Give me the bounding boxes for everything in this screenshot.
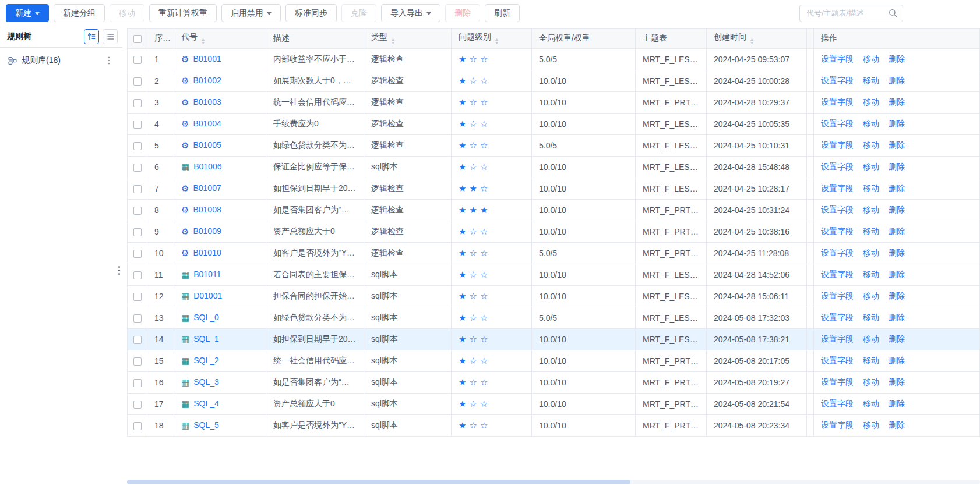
row-checkbox[interactable] xyxy=(133,336,142,344)
set-fields-link[interactable]: 设置字段 xyxy=(821,313,854,322)
delete-link[interactable]: 删除 xyxy=(889,420,905,430)
kebab-menu-icon[interactable]: ⋮ xyxy=(101,56,117,65)
delete-link[interactable]: 删除 xyxy=(889,183,905,193)
recalc-weight-button[interactable]: 重新计算权重 xyxy=(149,4,217,22)
set-fields-link[interactable]: 设置字段 xyxy=(821,54,854,63)
row-checkbox[interactable] xyxy=(133,207,142,215)
delete-link[interactable]: 删除 xyxy=(889,334,905,343)
import-export-button[interactable]: 导入导出 xyxy=(381,4,440,22)
move-link[interactable]: 移动 xyxy=(863,291,879,300)
row-checkbox[interactable] xyxy=(133,121,142,129)
move-link[interactable]: 移动 xyxy=(863,313,879,322)
set-fields-link[interactable]: 设置字段 xyxy=(821,248,854,257)
rule-code-link[interactable]: B01011 xyxy=(193,270,221,279)
delete-link[interactable]: 删除 xyxy=(889,140,905,150)
move-link[interactable]: 移动 xyxy=(863,119,879,128)
rule-code-link[interactable]: B01001 xyxy=(193,54,221,63)
delete-link[interactable]: 删除 xyxy=(889,119,905,128)
move-link[interactable]: 移动 xyxy=(863,248,879,257)
rule-code-link[interactable]: B01010 xyxy=(193,248,221,257)
row-checkbox[interactable] xyxy=(133,99,142,107)
delete-link[interactable]: 删除 xyxy=(889,162,905,171)
row-checkbox[interactable] xyxy=(133,228,142,236)
new-group-button[interactable]: 新建分组 xyxy=(54,4,105,22)
rule-code-link[interactable]: B01009 xyxy=(193,226,221,236)
search-box[interactable] xyxy=(799,5,903,22)
table-row[interactable]: 9⚙B01009资产总额应大于0逻辑检查★☆☆10.0/10MRT_F_PRT_… xyxy=(128,221,980,243)
tree-sort-button[interactable] xyxy=(84,29,99,44)
set-fields-link[interactable]: 设置字段 xyxy=(821,140,854,150)
table-row[interactable]: 16▦SQL_3如是否集团客户为“是”，...sql脚本★☆☆10.0/10MR… xyxy=(128,372,980,394)
row-checkbox[interactable] xyxy=(133,185,142,193)
move-link[interactable]: 移动 xyxy=(863,54,879,63)
move-link[interactable]: 移动 xyxy=(863,76,879,85)
row-checkbox[interactable] xyxy=(133,314,142,323)
row-checkbox[interactable] xyxy=(133,56,142,64)
table-row[interactable]: 12▦D01001担保合同的担保开始日期应...sql脚本★☆☆10.0/10M… xyxy=(128,286,980,307)
move-link[interactable]: 移动 xyxy=(863,377,879,387)
move-link[interactable]: 移动 xyxy=(863,356,879,365)
rule-code-link[interactable]: B01003 xyxy=(193,97,221,107)
table-row[interactable]: 8⚙B01008如是否集团客户为“是”，...逻辑检查★★★10.0/10MRT… xyxy=(128,200,980,221)
rule-code-link[interactable]: SQL_1 xyxy=(193,334,219,343)
row-checkbox[interactable] xyxy=(133,77,142,86)
table-row[interactable]: 10⚙B01010如客户是否境外为“Y”，...逻辑检查★☆☆5.0/5MRT_… xyxy=(128,243,980,264)
delete-link[interactable]: 删除 xyxy=(889,248,905,257)
delete-link[interactable]: 删除 xyxy=(889,313,905,322)
horizontal-scrollbar-thumb[interactable] xyxy=(127,480,630,484)
table-row[interactable]: 6▦B01006保证金比例应等于保证金/合...sql脚本★☆☆10.0/10M… xyxy=(128,157,980,178)
set-fields-link[interactable]: 设置字段 xyxy=(821,356,854,365)
enable-disable-button[interactable]: 启用禁用 xyxy=(221,4,281,22)
column-header[interactable]: 类型▲▼ xyxy=(364,29,452,49)
move-link[interactable]: 移动 xyxy=(863,162,879,171)
table-row[interactable]: 18▦SQL_5如客户是否境外为“Y”，...sql脚本★☆☆10.0/10MR… xyxy=(128,415,980,437)
delete-link[interactable]: 删除 xyxy=(889,76,905,85)
horizontal-scrollbar[interactable] xyxy=(127,480,980,484)
rule-code-link[interactable]: B01005 xyxy=(193,140,221,150)
move-link[interactable]: 移动 xyxy=(863,399,879,408)
move-link[interactable]: 移动 xyxy=(863,334,879,343)
sort-icon[interactable]: ▲▼ xyxy=(201,38,205,45)
table-row[interactable]: 4⚙B01004手续费应为0逻辑检查★☆☆10.0/10MRT_F_LES_CO… xyxy=(128,114,980,135)
table-row[interactable]: 2⚙B01002如展期次数大于0，则五级...逻辑检查★☆☆10.0/10MRT… xyxy=(128,70,980,92)
table-row[interactable]: 14▦SQL_1如担保到日期早于2024/03/...sql脚本★☆☆10.0/… xyxy=(128,329,980,350)
row-checkbox[interactable] xyxy=(133,164,142,172)
delete-link[interactable]: 删除 xyxy=(889,399,905,408)
table-row[interactable]: 13▦SQL_0如绿色贷款分类不为空，则...sql脚本★☆☆5.0/5MRT_… xyxy=(128,307,980,329)
rule-code-link[interactable]: SQL_5 xyxy=(193,420,219,430)
set-fields-link[interactable]: 设置字段 xyxy=(821,420,854,430)
sort-icon[interactable]: ▲▼ xyxy=(391,38,395,45)
row-checkbox[interactable] xyxy=(133,379,142,387)
table-row[interactable]: 3⚙B01003统一社会信用代码应为18位逻辑检查★☆☆10.0/10MRT_F… xyxy=(128,92,980,114)
move-link[interactable]: 移动 xyxy=(863,205,879,214)
column-header[interactable]: 创建时间▲▼ xyxy=(707,29,807,49)
table-row[interactable]: 15▦SQL_2统一社会信用代码应为18位sql脚本★☆☆10.0/10MRT_… xyxy=(128,350,980,372)
move-link[interactable]: 移动 xyxy=(863,97,879,107)
set-fields-link[interactable]: 设置字段 xyxy=(821,291,854,300)
set-fields-link[interactable]: 设置字段 xyxy=(821,119,854,128)
rule-code-link[interactable]: B01002 xyxy=(193,76,221,85)
row-checkbox[interactable] xyxy=(133,422,142,430)
rule-code-link[interactable]: B01006 xyxy=(193,162,221,171)
delete-link[interactable]: 删除 xyxy=(889,205,905,214)
sort-icon[interactable]: ▲▼ xyxy=(750,38,754,45)
delete-link[interactable]: 删除 xyxy=(889,226,905,236)
delete-link[interactable]: 删除 xyxy=(889,54,905,63)
rule-code-link[interactable]: B01004 xyxy=(193,119,221,128)
set-fields-link[interactable]: 设置字段 xyxy=(821,76,854,85)
move-link[interactable]: 移动 xyxy=(863,226,879,236)
delete-link[interactable]: 删除 xyxy=(889,291,905,300)
row-checkbox[interactable] xyxy=(133,271,142,279)
table-row[interactable]: 1⚙B01001内部收益率不应小于0.01逻辑检查★☆☆5.0/5MRT_F_L… xyxy=(128,49,980,70)
new-button[interactable]: 新建 xyxy=(6,4,49,22)
set-fields-link[interactable]: 设置字段 xyxy=(821,97,854,107)
sort-icon[interactable]: ▲▼ xyxy=(495,38,499,45)
column-header[interactable]: 问题级别▲▼ xyxy=(452,29,532,49)
set-fields-link[interactable]: 设置字段 xyxy=(821,183,854,193)
delete-link[interactable]: 删除 xyxy=(889,356,905,365)
delete-link[interactable]: 删除 xyxy=(889,377,905,387)
row-checkbox[interactable] xyxy=(133,142,142,150)
set-fields-link[interactable]: 设置字段 xyxy=(821,399,854,408)
row-checkbox[interactable] xyxy=(133,250,142,258)
delete-link[interactable]: 删除 xyxy=(889,270,905,279)
